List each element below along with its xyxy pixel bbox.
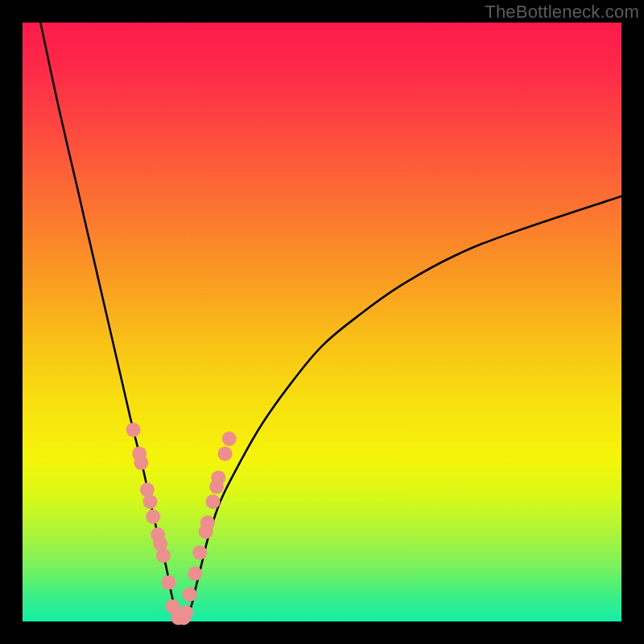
curve-marker xyxy=(222,431,237,446)
watermark-text: TheBottleneck.com xyxy=(485,2,639,23)
curve-marker xyxy=(156,548,171,563)
curve-marker xyxy=(126,423,141,437)
marker-group xyxy=(126,423,237,625)
curve-marker xyxy=(211,470,225,485)
curve-marker xyxy=(146,510,160,524)
chart-overlay xyxy=(23,23,621,621)
curve-marker xyxy=(183,588,197,602)
curve-marker xyxy=(179,605,193,620)
curve-marker xyxy=(143,494,158,509)
curve-marker xyxy=(200,515,215,530)
chart-frame: TheBottleneck.com xyxy=(0,0,644,644)
curve-marker xyxy=(162,576,176,590)
curve-marker xyxy=(206,494,221,509)
bottleneck-curve xyxy=(40,23,621,621)
curve-marker xyxy=(218,447,233,461)
curve-marker xyxy=(188,567,202,581)
curve-marker xyxy=(192,545,207,559)
curve-marker xyxy=(134,456,148,470)
